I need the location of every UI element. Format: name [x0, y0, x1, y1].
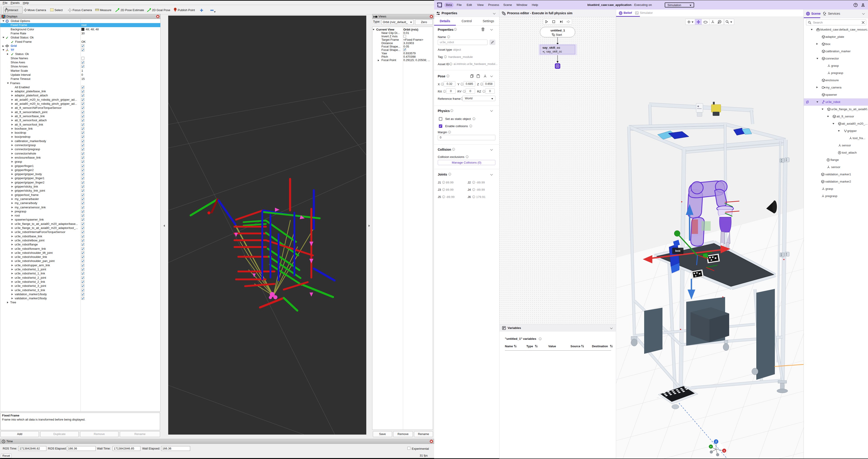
svg-text:Z: Z [715, 440, 717, 443]
svg-text:X: X [723, 450, 725, 452]
svg-text:Y: Y [710, 446, 712, 448]
